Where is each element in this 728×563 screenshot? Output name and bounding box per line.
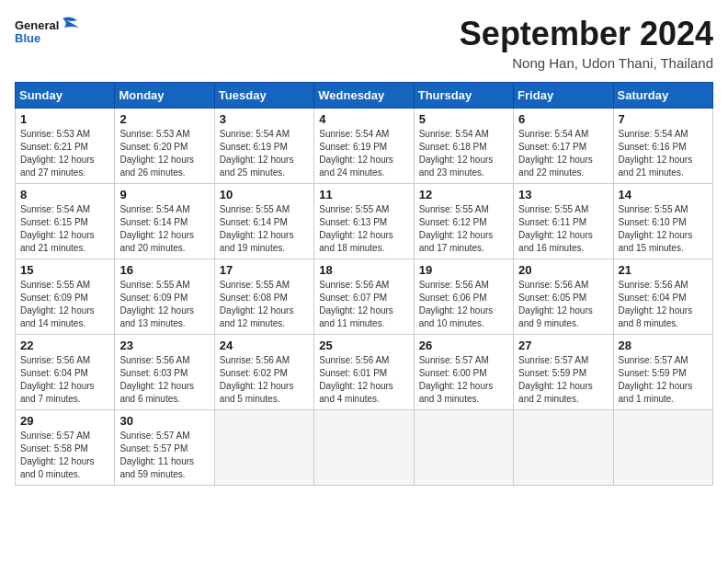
calendar-cell: 13Sunrise: 5:55 AMSunset: 6:11 PMDayligh… xyxy=(514,184,613,259)
day-header-sunday: Sunday xyxy=(16,83,115,109)
day-number: 15 xyxy=(20,263,109,277)
day-header-saturday: Saturday xyxy=(613,83,712,109)
day-info: Sunrise: 5:54 AMSunset: 6:17 PMDaylight:… xyxy=(518,128,608,179)
logo-svg: General Blue xyxy=(15,15,88,52)
day-number: 23 xyxy=(119,339,209,352)
day-info: Sunrise: 5:56 AMSunset: 6:05 PMDaylight:… xyxy=(518,279,608,330)
day-number: 27 xyxy=(518,339,608,352)
calendar-week-row: 1Sunrise: 5:53 AMSunset: 6:21 PMDaylight… xyxy=(16,109,713,184)
month-title: September 2024 xyxy=(460,15,713,53)
calendar-cell: 28Sunrise: 5:57 AMSunset: 5:59 PMDayligh… xyxy=(613,335,712,410)
calendar-cell: 3Sunrise: 5:54 AMSunset: 6:19 PMDaylight… xyxy=(214,109,313,184)
calendar-cell: 19Sunrise: 5:56 AMSunset: 6:06 PMDayligh… xyxy=(414,259,513,335)
day-number: 4 xyxy=(319,112,408,126)
calendar-week-row: 8Sunrise: 5:54 AMSunset: 6:15 PMDaylight… xyxy=(16,184,713,259)
calendar-cell: 17Sunrise: 5:55 AMSunset: 6:08 PMDayligh… xyxy=(214,259,313,335)
calendar-cell: 25Sunrise: 5:56 AMSunset: 6:01 PMDayligh… xyxy=(314,335,414,410)
calendar-cell: 23Sunrise: 5:56 AMSunset: 6:03 PMDayligh… xyxy=(115,335,214,410)
calendar-cell: 20Sunrise: 5:56 AMSunset: 6:05 PMDayligh… xyxy=(514,259,613,335)
calendar-cell: 30Sunrise: 5:57 AMSunset: 5:57 PMDayligh… xyxy=(115,410,214,486)
day-header-monday: Monday xyxy=(115,83,214,109)
day-info: Sunrise: 5:55 AMSunset: 6:11 PMDaylight:… xyxy=(518,203,608,255)
day-info: Sunrise: 5:55 AMSunset: 6:14 PMDaylight:… xyxy=(220,203,309,255)
day-number: 25 xyxy=(319,339,408,352)
day-header-thursday: Thursday xyxy=(414,83,513,109)
day-info: Sunrise: 5:57 AMSunset: 5:59 PMDaylight:… xyxy=(619,354,708,406)
calendar-cell: 5Sunrise: 5:54 AMSunset: 6:18 PMDaylight… xyxy=(414,109,513,184)
day-info: Sunrise: 5:57 AMSunset: 5:58 PMDaylight:… xyxy=(20,430,109,481)
calendar-cell: 14Sunrise: 5:55 AMSunset: 6:10 PMDayligh… xyxy=(613,184,712,259)
day-number: 28 xyxy=(619,339,708,352)
day-number: 8 xyxy=(20,188,109,201)
calendar-body: 1Sunrise: 5:53 AMSunset: 6:21 PMDaylight… xyxy=(16,109,713,486)
calendar-cell: 7Sunrise: 5:54 AMSunset: 6:16 PMDaylight… xyxy=(613,109,712,184)
calendar-cell xyxy=(214,410,313,486)
day-number: 17 xyxy=(220,263,309,277)
day-info: Sunrise: 5:56 AMSunset: 6:04 PMDaylight:… xyxy=(619,279,708,330)
calendar-cell xyxy=(514,410,613,486)
calendar-week-row: 29Sunrise: 5:57 AMSunset: 5:58 PMDayligh… xyxy=(16,410,713,486)
day-info: Sunrise: 5:54 AMSunset: 6:16 PMDaylight:… xyxy=(619,128,708,179)
day-info: Sunrise: 5:56 AMSunset: 6:01 PMDaylight:… xyxy=(319,354,408,406)
day-info: Sunrise: 5:53 AMSunset: 6:21 PMDaylight:… xyxy=(20,128,109,179)
calendar-cell: 12Sunrise: 5:55 AMSunset: 6:12 PMDayligh… xyxy=(414,184,513,259)
calendar-cell: 26Sunrise: 5:57 AMSunset: 6:00 PMDayligh… xyxy=(414,335,513,410)
day-info: Sunrise: 5:55 AMSunset: 6:10 PMDaylight:… xyxy=(619,203,708,255)
calendar-cell: 11Sunrise: 5:55 AMSunset: 6:13 PMDayligh… xyxy=(314,184,414,259)
day-info: Sunrise: 5:53 AMSunset: 6:20 PMDaylight:… xyxy=(119,128,209,179)
day-info: Sunrise: 5:56 AMSunset: 6:03 PMDaylight:… xyxy=(119,354,209,406)
day-number: 22 xyxy=(20,339,109,352)
day-info: Sunrise: 5:56 AMSunset: 6:06 PMDaylight:… xyxy=(419,279,508,330)
calendar-cell: 22Sunrise: 5:56 AMSunset: 6:04 PMDayligh… xyxy=(16,335,115,410)
calendar-table: SundayMondayTuesdayWednesdayThursdayFrid… xyxy=(15,82,713,486)
calendar-cell: 24Sunrise: 5:56 AMSunset: 6:02 PMDayligh… xyxy=(214,335,313,410)
day-number: 7 xyxy=(619,112,708,126)
calendar-cell: 15Sunrise: 5:55 AMSunset: 6:09 PMDayligh… xyxy=(16,259,115,335)
svg-text:General: General xyxy=(15,18,59,32)
calendar-cell xyxy=(414,410,513,486)
calendar-cell: 16Sunrise: 5:55 AMSunset: 6:09 PMDayligh… xyxy=(115,259,214,335)
calendar-cell: 9Sunrise: 5:54 AMSunset: 6:14 PMDaylight… xyxy=(115,184,214,259)
location: Nong Han, Udon Thani, Thailand xyxy=(460,55,713,71)
day-number: 16 xyxy=(119,263,209,277)
calendar-cell: 21Sunrise: 5:56 AMSunset: 6:04 PMDayligh… xyxy=(613,259,712,335)
calendar-cell: 4Sunrise: 5:54 AMSunset: 6:19 PMDaylight… xyxy=(314,109,414,184)
day-info: Sunrise: 5:55 AMSunset: 6:09 PMDaylight:… xyxy=(119,279,209,330)
calendar-cell xyxy=(314,410,414,486)
day-number: 30 xyxy=(119,414,209,428)
day-number: 12 xyxy=(419,188,508,201)
calendar-week-row: 15Sunrise: 5:55 AMSunset: 6:09 PMDayligh… xyxy=(16,259,713,335)
day-info: Sunrise: 5:54 AMSunset: 6:19 PMDaylight:… xyxy=(220,128,309,179)
day-info: Sunrise: 5:56 AMSunset: 6:07 PMDaylight:… xyxy=(319,279,408,330)
day-number: 14 xyxy=(619,188,708,201)
calendar-cell: 10Sunrise: 5:55 AMSunset: 6:14 PMDayligh… xyxy=(214,184,313,259)
calendar-cell xyxy=(613,410,712,486)
day-info: Sunrise: 5:54 AMSunset: 6:18 PMDaylight:… xyxy=(419,128,508,179)
day-info: Sunrise: 5:56 AMSunset: 6:04 PMDaylight:… xyxy=(20,354,109,406)
calendar-week-row: 22Sunrise: 5:56 AMSunset: 6:04 PMDayligh… xyxy=(16,335,713,410)
day-header-wednesday: Wednesday xyxy=(314,83,414,109)
day-info: Sunrise: 5:55 AMSunset: 6:09 PMDaylight:… xyxy=(20,279,109,330)
day-number: 5 xyxy=(419,112,508,126)
day-info: Sunrise: 5:54 AMSunset: 6:19 PMDaylight:… xyxy=(319,128,408,179)
day-number: 1 xyxy=(20,112,109,126)
day-number: 29 xyxy=(20,414,109,428)
svg-text:Blue: Blue xyxy=(15,31,40,45)
day-number: 2 xyxy=(119,112,209,126)
calendar-cell: 27Sunrise: 5:57 AMSunset: 5:59 PMDayligh… xyxy=(514,335,613,410)
day-number: 20 xyxy=(518,263,608,277)
calendar-header-row: SundayMondayTuesdayWednesdayThursdayFrid… xyxy=(16,83,713,109)
day-number: 26 xyxy=(419,339,508,352)
day-number: 18 xyxy=(319,263,408,277)
day-info: Sunrise: 5:57 AMSunset: 5:57 PMDaylight:… xyxy=(119,430,209,481)
day-number: 21 xyxy=(619,263,708,277)
day-number: 19 xyxy=(419,263,508,277)
day-number: 11 xyxy=(319,188,408,201)
day-number: 24 xyxy=(220,339,309,352)
logo: General Blue xyxy=(15,15,88,52)
title-block: September 2024 Nong Han, Udon Thani, Tha… xyxy=(460,15,713,71)
day-info: Sunrise: 5:54 AMSunset: 6:15 PMDaylight:… xyxy=(20,203,109,255)
calendar-cell: 18Sunrise: 5:56 AMSunset: 6:07 PMDayligh… xyxy=(314,259,414,335)
calendar-cell: 6Sunrise: 5:54 AMSunset: 6:17 PMDaylight… xyxy=(514,109,613,184)
day-number: 13 xyxy=(518,188,608,201)
